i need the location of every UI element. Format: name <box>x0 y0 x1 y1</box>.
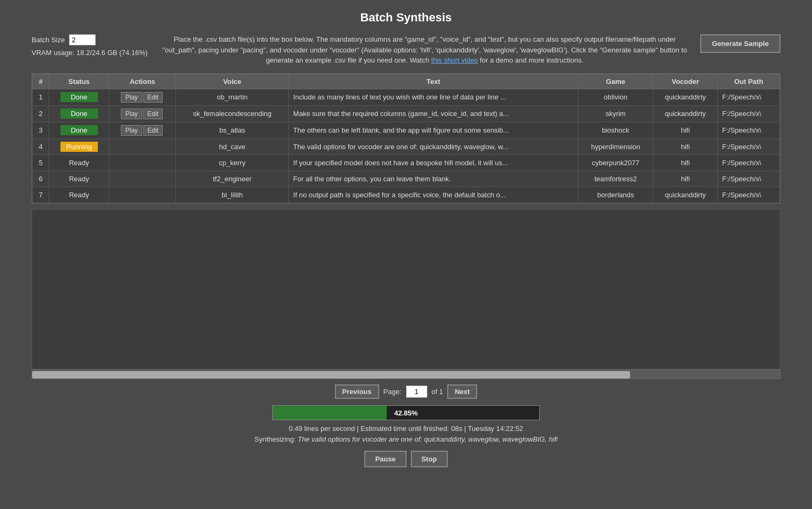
table-row: 2DonePlayEditsk_femalecondescendingMake … <box>33 105 780 122</box>
control-buttons: Pause Stop <box>364 451 447 467</box>
stats-text: 0.49 lines per second | Estimated time u… <box>289 425 523 433</box>
progress-fill <box>273 406 387 420</box>
row-status: Ready <box>49 155 109 171</box>
row-vocoder: quickanddirty <box>653 89 718 105</box>
row-voice: hd_cave <box>176 138 289 155</box>
synthesizing-row: Synthesizing: The valid options for voco… <box>254 435 557 443</box>
play-button[interactable]: Play <box>121 125 142 136</box>
progress-text: 42.85% <box>394 408 418 417</box>
row-status: Ready <box>49 171 109 187</box>
row-voice: cp_kerry <box>176 155 289 171</box>
row-num: 6 <box>33 171 49 187</box>
play-button[interactable]: Play <box>121 92 142 103</box>
col-vocoder: Vocoder <box>653 74 718 89</box>
row-actions <box>109 171 176 187</box>
edit-button[interactable]: Edit <box>143 92 163 103</box>
row-actions[interactable]: PlayEdit <box>109 105 176 122</box>
page-label: Page: <box>384 388 402 396</box>
scrollbar-thumb <box>32 371 630 379</box>
stop-button[interactable]: Stop <box>411 451 448 467</box>
row-actions <box>109 155 176 171</box>
row-game: bioshock <box>578 122 653 138</box>
row-voice: ob_martin <box>176 89 289 105</box>
row-voice: tf2_engineer <box>176 171 289 187</box>
pagination-row: Previous Page: of 1 Next <box>335 384 478 399</box>
table-row: 3DonePlayEditbs_atlasThe others can be l… <box>33 122 780 138</box>
row-status: Done <box>49 105 109 122</box>
horizontal-scrollbar[interactable] <box>32 369 780 379</box>
row-text: If no output path is specified for a spe… <box>289 187 578 203</box>
row-num: 2 <box>33 105 49 122</box>
table-row: 6Readytf2_engineerFor all the other opti… <box>33 171 780 187</box>
previous-button[interactable]: Previous <box>335 384 379 399</box>
row-num: 4 <box>33 138 49 155</box>
row-vocoder: hifi <box>653 155 718 171</box>
col-status: Status <box>49 74 109 89</box>
edit-button[interactable]: Edit <box>143 125 163 136</box>
row-out-path: F:/Speech/x\ <box>718 89 780 105</box>
instructions-text: Place the .csv batch file(s) into the bo… <box>160 34 690 66</box>
edit-button[interactable]: Edit <box>143 109 163 119</box>
row-game: hyperdimension <box>578 138 653 155</box>
row-out-path: F:/Speech/x\ <box>718 155 780 171</box>
row-status: Done <box>49 122 109 138</box>
vram-label: VRAM usage: 18.2/24.6 GB (74.16%) <box>32 49 149 57</box>
batch-info: Batch Size VRAM usage: 18.2/24.6 GB (74.… <box>32 34 149 57</box>
row-text: If your specified model does not have a … <box>289 155 578 171</box>
row-text: For all the other options, you can leave… <box>289 171 578 187</box>
row-out-path: F:/Speech/x\ <box>718 187 780 203</box>
drop-area[interactable] <box>32 209 780 369</box>
instructions-text-part1: Place the .csv batch file(s) into the bo… <box>163 35 687 64</box>
row-game: teamfortress2 <box>578 171 653 187</box>
batch-size-label: Batch Size <box>32 36 65 44</box>
row-vocoder: quickanddirty <box>653 187 718 203</box>
row-out-path: F:/Speech/x\ <box>718 138 780 155</box>
col-text: Text <box>289 74 578 89</box>
table-row: 4Runninghd_caveThe valid options for voc… <box>33 138 780 155</box>
generate-sample-button[interactable]: Generate Sample <box>700 34 780 53</box>
row-status: Done <box>49 89 109 105</box>
col-voice: Voice <box>176 74 289 89</box>
row-actions <box>109 187 176 203</box>
row-game: oblivion <box>578 89 653 105</box>
row-out-path: F:/Speech/x\ <box>718 105 780 122</box>
row-game: cyberpunk2077 <box>578 155 653 171</box>
row-out-path: F:/Speech/x\ <box>718 122 780 138</box>
row-game: skyrim <box>578 105 653 122</box>
of-label: of 1 <box>432 388 443 396</box>
short-video-link[interactable]: this short video <box>431 56 478 64</box>
instructions-text-part2: for a demo and more instructions. <box>478 56 583 64</box>
page-title: Batch Synthesis <box>360 11 451 25</box>
row-voice: sk_femalecondescending <box>176 105 289 122</box>
row-text: The others can be left blank, and the ap… <box>289 122 578 138</box>
row-vocoder: hifi <box>653 138 718 155</box>
row-voice: bl_lilith <box>176 187 289 203</box>
page-number-input[interactable] <box>406 385 427 398</box>
row-text: Include as many lines of text you wish w… <box>289 89 578 105</box>
row-num: 1 <box>33 89 49 105</box>
row-actions[interactable]: PlayEdit <box>109 89 176 105</box>
table-row: 1DonePlayEditob_martinInclude as many li… <box>33 89 780 105</box>
batch-table-container: # Status Actions Voice Text Game Vocoder… <box>32 73 780 204</box>
next-button[interactable]: Next <box>447 384 477 399</box>
col-num: # <box>33 74 49 89</box>
row-vocoder: quickanddirty <box>653 105 718 122</box>
row-out-path: F:/Speech/x\ <box>718 171 780 187</box>
pause-button[interactable]: Pause <box>364 451 406 467</box>
row-actions <box>109 138 176 155</box>
col-game: Game <box>578 74 653 89</box>
row-vocoder: hifi <box>653 171 718 187</box>
table-row: 5Readycp_kerryIf your specified model do… <box>33 155 780 171</box>
row-text: Make sure that the required columns (gam… <box>289 105 578 122</box>
table-row: 7Readybl_lilithIf no output path is spec… <box>33 187 780 203</box>
row-num: 7 <box>33 187 49 203</box>
table-header-row: # Status Actions Voice Text Game Vocoder… <box>33 74 780 89</box>
row-num: 5 <box>33 155 49 171</box>
row-num: 3 <box>33 122 49 138</box>
batch-table: # Status Actions Voice Text Game Vocoder… <box>32 74 780 203</box>
batch-size-input[interactable] <box>69 34 96 45</box>
row-actions[interactable]: PlayEdit <box>109 122 176 138</box>
play-button[interactable]: Play <box>121 109 142 119</box>
row-text: The valid options for vocoder are one of… <box>289 138 578 155</box>
row-voice: bs_atlas <box>176 122 289 138</box>
